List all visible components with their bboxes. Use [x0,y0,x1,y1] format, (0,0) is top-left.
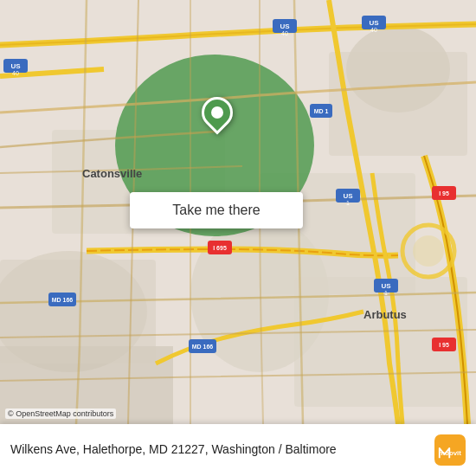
svg-text:US: US [280,23,290,30]
osm-attribution: © OpenStreetMap contributors [5,408,116,419]
svg-text:40: 40 [370,27,377,33]
take-me-there-button[interactable]: Take me there [130,192,303,228]
pin-inner [211,106,223,119]
svg-text:1: 1 [384,290,388,296]
svg-text:US: US [381,282,391,290]
svg-text:40: 40 [281,30,288,36]
svg-text:I 695: I 695 [213,245,227,251]
svg-text:Arbutus: Arbutus [363,308,407,321]
svg-text:40: 40 [12,70,19,76]
address-label: Wilkens Ave, Halethorpe, MD 21227, Washi… [10,442,337,456]
moovit-icon: moovit [434,434,466,466]
svg-text:1: 1 [346,200,350,206]
location-pin [202,97,233,135]
svg-text:US: US [10,62,21,70]
svg-text:US: US [343,192,353,200]
svg-rect-7 [329,52,467,156]
svg-text:I 95: I 95 [439,190,449,196]
svg-text:US: US [369,19,379,27]
svg-text:I 95: I 95 [439,342,449,348]
address-text: Wilkens Ave, Halethorpe, MD 21227, Washi… [10,441,434,459]
svg-text:Catonsville: Catonsville [82,167,142,180]
info-bar: Wilkens Ave, Halethorpe, MD 21227, Washi… [0,424,476,476]
svg-point-12 [413,235,444,267]
moovit-logo: moovit [434,434,466,466]
svg-text:MD 166: MD 166 [192,344,214,350]
svg-text:MD 1: MD 1 [314,108,329,114]
svg-text:MD 166: MD 166 [52,297,74,303]
pin-circle [196,91,240,135]
map-container: US 40 US 40 US 40 US 1 US 1 I 695 I 95 I… [0,0,476,424]
